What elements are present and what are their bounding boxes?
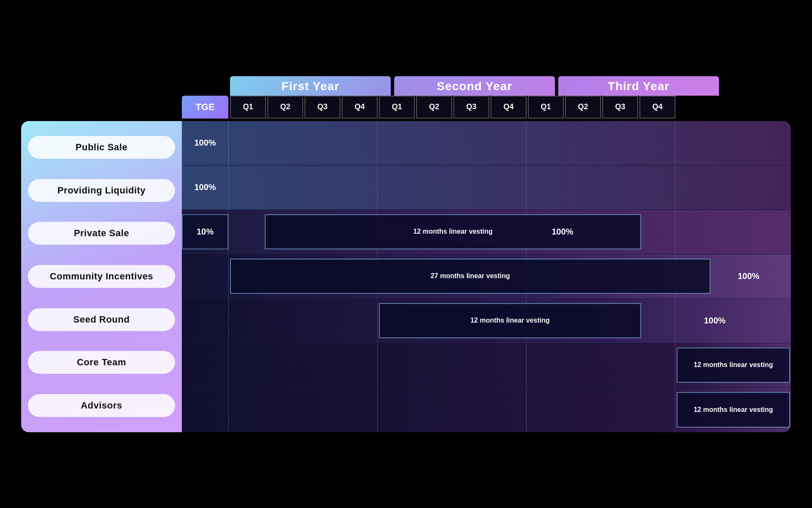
label-providing-liquidity: Providing Liquidity — [28, 179, 175, 202]
q1-y1: Q1 — [230, 96, 266, 119]
row-community-incentives: 27 months linear vesting 100% — [182, 254, 791, 299]
header-years: First Year Second Year Third Year — [182, 76, 791, 96]
advisors-vesting: 12 months linear vesting — [677, 392, 790, 428]
main-body: Public Sale Providing Liquidity Private … — [21, 121, 791, 432]
row-providing-liquidity: 100% — [182, 166, 791, 210]
label-community-incentives: Community Incentives — [28, 265, 175, 288]
public-sale-tge: 100% — [182, 121, 228, 165]
public-sale-bg — [182, 121, 791, 165]
year-first: First Year — [230, 76, 391, 96]
label-seed-round: Seed Round — [28, 308, 175, 331]
label-private-sale: Private Sale — [28, 222, 175, 245]
q4-y1: Q4 — [342, 96, 378, 119]
liquidity-tge: 100% — [182, 166, 228, 210]
year-third: Third Year — [558, 76, 719, 96]
q4-y3: Q4 — [639, 96, 675, 119]
core-vesting: 12 months linear vesting — [677, 348, 790, 383]
label-core-team: Core Team — [28, 351, 175, 374]
community-vesting: 27 months linear vesting — [230, 259, 710, 294]
q2-y3: Q2 — [565, 96, 601, 119]
label-advisors: Advisors — [28, 394, 175, 417]
community-100: 100% — [715, 271, 782, 281]
private-sale-tge-box: 10% — [182, 214, 228, 249]
row-public-sale: 100% — [182, 121, 791, 166]
labels-panel: Public Sale Providing Liquidity Private … — [21, 121, 182, 432]
q2-y1: Q2 — [267, 96, 303, 119]
q1-y2: Q1 — [379, 96, 415, 119]
chart-container: First Year Second Year Third Year TGE Q1… — [21, 68, 791, 441]
q3-y1: Q3 — [304, 96, 340, 119]
q2-y2: Q2 — [416, 96, 452, 119]
row-private-sale: 10% 12 months linear vesting 100% — [182, 210, 791, 254]
label-public-sale: Public Sale — [28, 136, 175, 159]
q4-y2: Q4 — [491, 96, 527, 119]
q3-y2: Q3 — [453, 96, 489, 119]
grid-panel: 100% 100% 10% — [182, 121, 791, 432]
seed-vesting: 12 months linear vesting — [379, 303, 641, 338]
year-second: Second Year — [394, 76, 555, 96]
private-sale-100: 100% — [533, 227, 592, 237]
q3-y3: Q3 — [602, 96, 638, 119]
seed-100: 100% — [681, 316, 749, 326]
row-advisors: 12 months linear vesting — [182, 388, 791, 432]
q1-y3: Q1 — [528, 96, 564, 119]
liquidity-bg — [182, 166, 791, 210]
quarters-header: TGE Q1 Q2 Q3 Q4 Q1 Q2 Q3 Q4 Q1 Q2 Q3 Q4 — [182, 96, 791, 119]
row-core-team: 12 months linear vesting — [182, 343, 791, 388]
row-seed-round: 12 months linear vesting 100% — [182, 299, 791, 343]
tge-header: TGE — [182, 96, 228, 119]
